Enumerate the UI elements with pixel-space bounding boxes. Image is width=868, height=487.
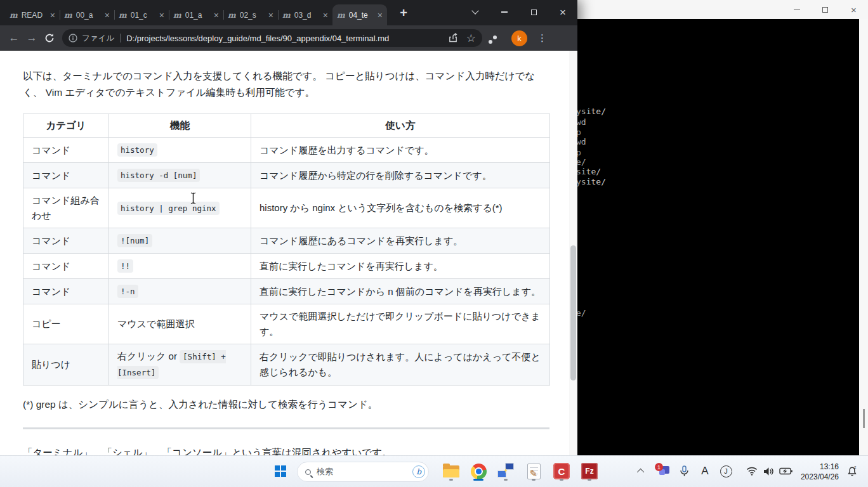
terminal-line: ysite/: [576, 177, 606, 186]
browser-tab[interactable]: m04_te×: [332, 4, 387, 25]
terminal-maximize-button[interactable]: [811, 0, 839, 19]
browser-tab[interactable]: m01_c×: [114, 4, 169, 25]
markdown-favicon: m: [173, 11, 181, 20]
svg-text:z: z: [854, 465, 857, 470]
browser-maximize-button[interactable]: [519, 0, 548, 24]
tray-battery[interactable]: [777, 460, 794, 483]
cell-category: コマンド: [23, 254, 109, 279]
terminal-line: wd: [576, 137, 586, 146]
cell-usage: マウスで範囲選択しただけで即クリップボードに貼りつけできます。: [251, 304, 550, 344]
tab-title: 01_c: [131, 11, 157, 20]
terminal-output[interactable]: ysite/wdpwdpe/site/ysite/e/: [572, 19, 868, 455]
reload-button[interactable]: [41, 29, 58, 47]
footnote-paragraph: (*) grep は、シンプルに言うと、入力された情報に対して検索を行うコマンド…: [23, 398, 549, 412]
taskbar-chrome[interactable]: [467, 460, 490, 483]
wifi-icon: [746, 467, 758, 476]
tab-close-icon[interactable]: ×: [159, 11, 164, 20]
cell-category: コマンド組み合わせ: [23, 188, 109, 228]
tab-close-icon[interactable]: ×: [214, 11, 219, 20]
share-icon: [448, 33, 459, 43]
table-row: コマンドhistory -d [num]コマンド履歴から特定の行を削除するコマン…: [23, 163, 550, 188]
tab-close-icon[interactable]: ×: [268, 11, 273, 20]
taskbar-search[interactable]: 検索 b: [297, 462, 429, 482]
page-content: 以下は、ターミナルでのコマンド入力を支援してくれる機能です。 コピーと貼りつけは…: [0, 51, 577, 455]
taskbar-file-explorer[interactable]: [440, 460, 463, 483]
tab-close-icon[interactable]: ×: [50, 11, 55, 20]
tray-wifi[interactable]: [744, 460, 760, 483]
bell-dnd-icon: z: [846, 465, 858, 477]
taskbar-text-editor[interactable]: ✎: [522, 460, 545, 483]
tab-close-icon[interactable]: ×: [323, 11, 328, 20]
tray-teams[interactable]: 1: [654, 460, 673, 483]
tray-notifications[interactable]: z: [843, 460, 862, 483]
terminal-close-button[interactable]: ×: [839, 0, 868, 19]
table-row: コピーマウスで範囲選択マウスで範囲選択しただけで即クリップボードに貼りつけできま…: [23, 304, 550, 344]
running-indicator: [449, 479, 453, 481]
forward-button[interactable]: →: [23, 29, 41, 47]
toolbar-actions: k ⋮: [491, 30, 544, 46]
terminal-line: e/: [576, 308, 586, 318]
back-button[interactable]: ←: [5, 29, 23, 47]
info-icon[interactable]: [69, 34, 77, 42]
windows-logo-icon: [275, 465, 286, 477]
browser-tab[interactable]: m00_a×: [60, 4, 114, 25]
reload-icon: [44, 33, 55, 43]
profile-avatar[interactable]: k: [511, 30, 527, 46]
chevron-down-icon: [471, 7, 478, 14]
tab-search-button[interactable]: [461, 0, 490, 24]
tab-title: 01_a: [185, 11, 212, 20]
browser-menu-button[interactable]: ⋮: [537, 32, 544, 44]
browser-tab[interactable]: mREAD×: [5, 4, 60, 25]
cell-usage: history から nginx という文字列を含むものを検索する(*): [251, 188, 550, 228]
new-tab-button[interactable]: +: [395, 4, 412, 22]
tray-clock[interactable]: 13:16 2023/04/26: [801, 462, 839, 482]
browser-minimize-button[interactable]: [490, 0, 519, 24]
tray-ime-language[interactable]: J: [716, 460, 735, 483]
taskbar-camtasia[interactable]: C: [550, 460, 573, 483]
browser-window: mREAD×m00_a×m01_c×m01_a×m02_s×m03_d×m04_…: [0, 0, 577, 455]
tab-title: 03_d: [294, 11, 321, 20]
minimize-icon: [794, 10, 800, 10]
browser-close-button[interactable]: ×: [548, 0, 577, 24]
tab-close-icon[interactable]: ×: [378, 11, 383, 20]
code-span: history | grep nginx: [117, 202, 220, 215]
code-span: ![num]: [117, 234, 152, 247]
address-bar[interactable]: ファイル D:/projects/lessons/deploy_guide/md…: [62, 29, 482, 47]
code-span: !!: [117, 259, 133, 273]
table-row: 貼りつけ右クリック or [Shift] + [Insert]右クリックで即貼り…: [23, 344, 550, 386]
taskbar-remote-desktop[interactable]: [494, 460, 517, 483]
bookmark-button[interactable]: ☆: [466, 33, 476, 44]
url-text[interactable]: D:/projects/lessons/deploy_guide/md_file…: [126, 34, 440, 43]
tray-volume[interactable]: [760, 460, 777, 483]
cell-feature: history -d [num]: [109, 163, 251, 188]
tray-ime-mode[interactable]: A: [695, 460, 714, 483]
clock-date: 2023/04/26: [801, 472, 839, 482]
browser-tab[interactable]: m02_s×: [223, 4, 278, 25]
horizontal-rule: [23, 427, 549, 429]
cell-category: 貼りつけ: [23, 344, 109, 386]
code-span: !-n: [117, 285, 138, 298]
taskbar-filezilla[interactable]: Fz: [578, 460, 601, 483]
cell-category: コマンド: [23, 228, 109, 254]
search-placeholder: 検索: [317, 466, 412, 477]
terminal-scroll-thumb[interactable]: [863, 409, 865, 428]
teams-icon: 1: [657, 465, 669, 477]
terminal-minimize-button[interactable]: [782, 0, 811, 19]
share-button[interactable]: [448, 33, 459, 43]
browser-toolbar: ← → ファイル D:/projects/lessons/deploy_guid…: [0, 25, 577, 51]
page-scrollbar[interactable]: [569, 51, 577, 455]
start-button[interactable]: [269, 460, 292, 483]
running-indicator: [532, 479, 536, 481]
terminal-scrollbar[interactable]: [859, 19, 868, 455]
running-indicator: [504, 479, 508, 481]
tray-microphone[interactable]: [674, 460, 694, 483]
search-icon: [305, 469, 311, 475]
browser-tab[interactable]: m01_a×: [169, 4, 223, 25]
table-row: コマンド!!直前に実行したコマンドを再実行します。: [23, 254, 550, 279]
maximize-icon: [822, 7, 828, 13]
page-scroll-thumb[interactable]: [570, 245, 576, 380]
browser-tab[interactable]: m03_d×: [278, 4, 332, 25]
tab-close-icon[interactable]: ×: [105, 11, 110, 20]
table-row: コマンド!-n直前に実行したコマンドから n 個前のコマンドを再実行します。: [23, 279, 550, 304]
tray-overflow-button[interactable]: [632, 460, 651, 483]
